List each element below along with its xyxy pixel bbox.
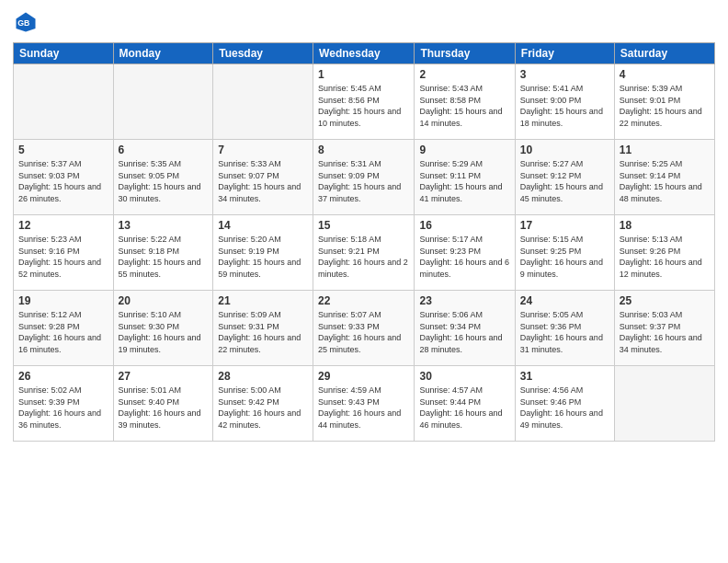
day-info: Sunrise: 5:41 AMSunset: 9:00 PMDaylight:… bbox=[520, 84, 603, 128]
weekday-header-monday: Monday bbox=[113, 43, 213, 64]
calendar-week-5: 26 Sunrise: 5:02 AMSunset: 9:39 PMDaylig… bbox=[14, 366, 715, 442]
day-number: 11 bbox=[620, 144, 710, 156]
weekday-header-friday: Friday bbox=[515, 43, 614, 64]
day-info: Sunrise: 4:59 AMSunset: 9:43 PMDaylight:… bbox=[318, 385, 401, 430]
day-info: Sunrise: 5:05 AMSunset: 9:36 PMDaylight:… bbox=[520, 310, 603, 354]
day-info: Sunrise: 5:25 AMSunset: 9:14 PMDaylight:… bbox=[620, 159, 702, 203]
day-info: Sunrise: 5:33 AMSunset: 9:07 PMDaylight:… bbox=[218, 159, 301, 203]
calendar-table: SundayMondayTuesdayWednesdayThursdayFrid… bbox=[13, 42, 715, 442]
day-info: Sunrise: 5:29 AMSunset: 9:11 PMDaylight:… bbox=[419, 159, 502, 203]
day-info: Sunrise: 5:35 AMSunset: 9:05 PMDaylight:… bbox=[119, 159, 201, 203]
day-number: 12 bbox=[18, 219, 108, 232]
calendar-cell-4: 4 Sunrise: 5:39 AMSunset: 9:01 PMDayligh… bbox=[614, 64, 714, 140]
calendar-cell-30: 30 Sunrise: 4:57 AMSunset: 9:44 PMDaylig… bbox=[415, 366, 515, 442]
calendar-cell-3: 3 Sunrise: 5:41 AMSunset: 9:00 PMDayligh… bbox=[515, 64, 614, 140]
calendar-cell-26: 26 Sunrise: 5:02 AMSunset: 9:39 PMDaylig… bbox=[14, 366, 114, 442]
day-number: 25 bbox=[620, 294, 710, 307]
day-info: Sunrise: 5:03 AMSunset: 9:37 PMDaylight:… bbox=[620, 310, 702, 354]
calendar-cell-24: 24 Sunrise: 5:05 AMSunset: 9:36 PMDaylig… bbox=[515, 291, 614, 366]
day-info: Sunrise: 5:37 AMSunset: 9:03 PMDaylight:… bbox=[18, 159, 101, 203]
calendar-cell-16: 16 Sunrise: 5:17 AMSunset: 9:23 PMDaylig… bbox=[415, 215, 515, 291]
day-number: 23 bbox=[419, 294, 509, 307]
calendar-cell-10: 10 Sunrise: 5:27 AMSunset: 9:12 PMDaylig… bbox=[515, 140, 614, 215]
calendar-cell-6: 6 Sunrise: 5:35 AMSunset: 9:05 PMDayligh… bbox=[113, 140, 213, 215]
calendar-cell-12: 12 Sunrise: 5:23 AMSunset: 9:16 PMDaylig… bbox=[14, 215, 114, 291]
day-number: 29 bbox=[318, 370, 409, 383]
day-info: Sunrise: 4:57 AMSunset: 9:44 PMDaylight:… bbox=[419, 385, 502, 430]
calendar-cell-20: 20 Sunrise: 5:10 AMSunset: 9:30 PMDaylig… bbox=[113, 291, 213, 366]
day-info: Sunrise: 5:22 AMSunset: 9:18 PMDaylight:… bbox=[119, 235, 201, 279]
day-number: 22 bbox=[318, 294, 409, 307]
day-number: 15 bbox=[318, 219, 409, 232]
calendar-cell-22: 22 Sunrise: 5:07 AMSunset: 9:33 PMDaylig… bbox=[313, 291, 415, 366]
calendar-week-1: 1 Sunrise: 5:45 AMSunset: 8:56 PMDayligh… bbox=[14, 64, 715, 140]
day-info: Sunrise: 5:13 AMSunset: 9:26 PMDaylight:… bbox=[620, 235, 702, 279]
day-info: Sunrise: 5:43 AMSunset: 8:58 PMDaylight:… bbox=[419, 84, 502, 128]
day-info: Sunrise: 5:39 AMSunset: 9:01 PMDaylight:… bbox=[620, 84, 702, 128]
page: GB SundayMondayTuesdayWednesdayThursdayF… bbox=[0, 0, 728, 563]
weekday-header-tuesday: Tuesday bbox=[213, 43, 313, 64]
day-info: Sunrise: 5:12 AMSunset: 9:28 PMDaylight:… bbox=[18, 310, 101, 354]
calendar-cell-empty bbox=[14, 64, 114, 140]
day-number: 19 bbox=[18, 294, 108, 307]
day-info: Sunrise: 5:10 AMSunset: 9:30 PMDaylight:… bbox=[119, 310, 201, 354]
calendar-cell-29: 29 Sunrise: 4:59 AMSunset: 9:43 PMDaylig… bbox=[313, 366, 415, 442]
day-number: 31 bbox=[520, 370, 609, 383]
day-info: Sunrise: 5:20 AMSunset: 9:19 PMDaylight:… bbox=[218, 235, 301, 279]
day-number: 7 bbox=[218, 144, 308, 156]
day-info: Sunrise: 5:00 AMSunset: 9:42 PMDaylight:… bbox=[218, 385, 301, 430]
day-info: Sunrise: 5:09 AMSunset: 9:31 PMDaylight:… bbox=[218, 310, 301, 354]
day-info: Sunrise: 5:27 AMSunset: 9:12 PMDaylight:… bbox=[520, 159, 603, 203]
calendar-cell-empty bbox=[213, 64, 313, 140]
day-number: 4 bbox=[620, 68, 710, 81]
day-info: Sunrise: 5:01 AMSunset: 9:40 PMDaylight:… bbox=[119, 385, 201, 430]
weekday-header-row: SundayMondayTuesdayWednesdayThursdayFrid… bbox=[14, 43, 715, 64]
day-info: Sunrise: 5:45 AMSunset: 8:56 PMDaylight:… bbox=[318, 84, 401, 128]
weekday-header-wednesday: Wednesday bbox=[313, 43, 415, 64]
calendar-cell-11: 11 Sunrise: 5:25 AMSunset: 9:14 PMDaylig… bbox=[614, 140, 714, 215]
calendar-cell-25: 25 Sunrise: 5:03 AMSunset: 9:37 PMDaylig… bbox=[614, 291, 714, 366]
calendar-week-3: 12 Sunrise: 5:23 AMSunset: 9:16 PMDaylig… bbox=[14, 215, 715, 291]
calendar-cell-9: 9 Sunrise: 5:29 AMSunset: 9:11 PMDayligh… bbox=[415, 140, 515, 215]
calendar-cell-18: 18 Sunrise: 5:13 AMSunset: 9:26 PMDaylig… bbox=[614, 215, 714, 291]
day-info: Sunrise: 5:06 AMSunset: 9:34 PMDaylight:… bbox=[419, 310, 502, 354]
calendar-cell-17: 17 Sunrise: 5:15 AMSunset: 9:25 PMDaylig… bbox=[515, 215, 614, 291]
day-number: 28 bbox=[218, 370, 308, 383]
day-number: 30 bbox=[419, 370, 509, 383]
day-number: 9 bbox=[419, 144, 509, 156]
day-info: Sunrise: 5:02 AMSunset: 9:39 PMDaylight:… bbox=[18, 385, 101, 430]
logo: GB bbox=[13, 9, 42, 35]
day-number: 27 bbox=[119, 370, 209, 383]
day-number: 13 bbox=[119, 219, 209, 232]
day-info: Sunrise: 5:07 AMSunset: 9:33 PMDaylight:… bbox=[318, 310, 401, 354]
day-number: 6 bbox=[119, 144, 209, 156]
calendar-cell-21: 21 Sunrise: 5:09 AMSunset: 9:31 PMDaylig… bbox=[213, 291, 313, 366]
calendar-week-2: 5 Sunrise: 5:37 AMSunset: 9:03 PMDayligh… bbox=[14, 140, 715, 215]
calendar-cell-31: 31 Sunrise: 4:56 AMSunset: 9:46 PMDaylig… bbox=[515, 366, 614, 442]
day-number: 14 bbox=[218, 219, 308, 232]
day-number: 20 bbox=[119, 294, 209, 307]
calendar-cell-1: 1 Sunrise: 5:45 AMSunset: 8:56 PMDayligh… bbox=[313, 64, 415, 140]
day-number: 21 bbox=[218, 294, 308, 307]
day-number: 24 bbox=[520, 294, 609, 307]
calendar-cell-2: 2 Sunrise: 5:43 AMSunset: 8:58 PMDayligh… bbox=[415, 64, 515, 140]
calendar-cell-19: 19 Sunrise: 5:12 AMSunset: 9:28 PMDaylig… bbox=[14, 291, 114, 366]
day-info: Sunrise: 5:15 AMSunset: 9:25 PMDaylight:… bbox=[520, 235, 603, 279]
day-number: 16 bbox=[419, 219, 509, 232]
day-number: 26 bbox=[18, 370, 108, 383]
day-info: Sunrise: 5:23 AMSunset: 9:16 PMDaylight:… bbox=[18, 235, 101, 279]
day-number: 5 bbox=[18, 144, 108, 156]
day-number: 10 bbox=[520, 144, 609, 156]
calendar-cell-14: 14 Sunrise: 5:20 AMSunset: 9:19 PMDaylig… bbox=[213, 215, 313, 291]
day-number: 8 bbox=[318, 144, 409, 156]
day-number: 17 bbox=[520, 219, 609, 232]
day-info: Sunrise: 5:17 AMSunset: 9:23 PMDaylight:… bbox=[419, 235, 509, 279]
day-number: 1 bbox=[318, 68, 409, 81]
calendar-week-4: 19 Sunrise: 5:12 AMSunset: 9:28 PMDaylig… bbox=[14, 291, 715, 366]
calendar-cell-28: 28 Sunrise: 5:00 AMSunset: 9:42 PMDaylig… bbox=[213, 366, 313, 442]
svg-text:GB: GB bbox=[17, 18, 29, 28]
calendar-cell-7: 7 Sunrise: 5:33 AMSunset: 9:07 PMDayligh… bbox=[213, 140, 313, 215]
weekday-header-saturday: Saturday bbox=[614, 43, 714, 64]
day-info: Sunrise: 5:18 AMSunset: 9:21 PMDaylight:… bbox=[318, 235, 408, 279]
calendar-cell-27: 27 Sunrise: 5:01 AMSunset: 9:40 PMDaylig… bbox=[113, 366, 213, 442]
